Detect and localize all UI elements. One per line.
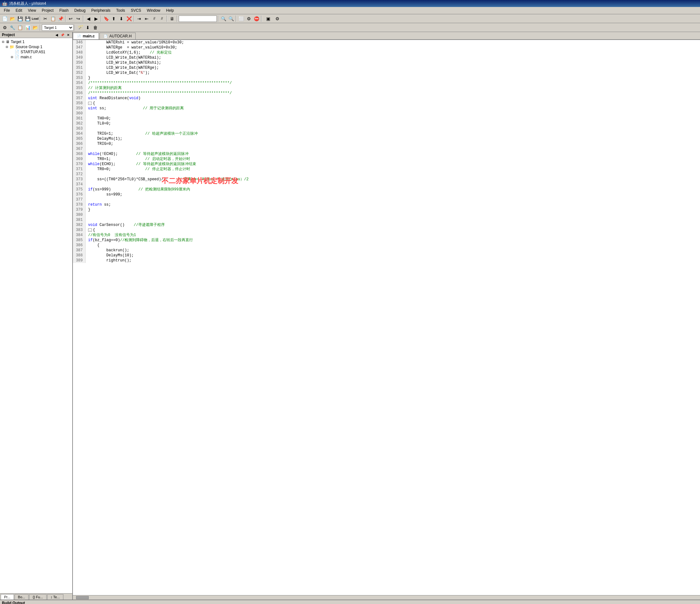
- stop-build-button[interactable]: ⛔: [253, 15, 260, 22]
- tree-target1[interactable]: ⊟ 🖥 Target 1: [0, 39, 72, 44]
- proj-tab-functions[interactable]: {} Fu...: [29, 594, 46, 600]
- toolbar-sep-7: [177, 16, 177, 22]
- undo-button[interactable]: ↩: [67, 15, 74, 22]
- menu-window[interactable]: Window: [144, 8, 163, 13]
- code-line-351: LCD_Write_Dat(WATERge);: [88, 65, 700, 70]
- menu-file[interactable]: File: [1, 8, 12, 13]
- target-options-button[interactable]: ⚙: [1, 24, 8, 31]
- menu-svcs[interactable]: SVCS: [128, 8, 144, 13]
- editor-area: 📄 main.c 📄 AUTOCAR.H 不二亦家单片机定制开发 346 347…: [73, 32, 700, 600]
- menu-help[interactable]: Help: [164, 8, 176, 13]
- target-select[interactable]: Target 1: [42, 24, 74, 31]
- project-expand-btn[interactable]: ◀: [54, 33, 59, 37]
- new-file-button[interactable]: 📄: [1, 15, 8, 22]
- tree-startup-a51[interactable]: 📄 STARTUP.A51: [0, 49, 72, 54]
- event-recorder-button[interactable]: 📊: [24, 24, 31, 31]
- search-input[interactable]: [179, 16, 217, 22]
- code-lines: WATERshi = water_value/10%10+0x30; WATER…: [85, 40, 700, 263]
- nav-fwd-button[interactable]: ▶: [93, 15, 100, 22]
- tree-file-icon-startup: 📄: [15, 50, 19, 54]
- hscroll-thumb[interactable]: [76, 596, 89, 599]
- editor-tabs: 📄 main.c 📄 AUTOCAR.H: [73, 32, 700, 40]
- project-header: Project ◀ 📌 ✕: [0, 32, 72, 38]
- code-line-355: // 计算测到的距离: [88, 85, 700, 91]
- menu-project[interactable]: Project: [39, 8, 56, 13]
- ln-385: 385: [75, 238, 83, 243]
- editor-tab-mainc[interactable]: 📄 main.c: [73, 33, 99, 39]
- code-line-383: -{: [88, 228, 700, 233]
- project-close-btn[interactable]: ✕: [66, 33, 70, 37]
- cut-button[interactable]: ✂: [42, 15, 49, 22]
- code-line-358: -{: [88, 101, 700, 106]
- tree-source-group1[interactable]: ⊟ 📁 Source Group 1: [0, 44, 72, 49]
- project-pin-btn[interactable]: 📌: [59, 33, 65, 37]
- open-button[interactable]: 📂: [9, 15, 16, 22]
- erase-button[interactable]: 🗑: [92, 24, 99, 31]
- code-content: 346 347 348 349 350 351 352 353 354 355 …: [73, 40, 700, 263]
- ln-366: 366: [75, 141, 83, 146]
- ln-368: 368: [75, 151, 83, 156]
- indent-button[interactable]: ⇥: [135, 15, 143, 22]
- manage-button[interactable]: 📋: [17, 24, 23, 31]
- code-line-359: uint ss; // 用于记录测得的距离: [88, 106, 700, 111]
- tree-mainc[interactable]: ⊟ 📄 main.c: [0, 54, 72, 59]
- ln-383: 383: [75, 228, 83, 233]
- title-icon: 🤖: [2, 1, 7, 6]
- bookmark-next-button[interactable]: ⬇: [118, 15, 125, 22]
- ln-370: 370: [75, 161, 83, 167]
- menu-view[interactable]: View: [25, 8, 39, 13]
- tab-mainc-icon: 📄: [77, 34, 81, 38]
- ln-374: 374: [75, 182, 83, 187]
- proj-tab-templates[interactable]: ↕ Te...: [47, 594, 64, 600]
- proj-tab-books[interactable]: Bo...: [15, 594, 29, 600]
- menu-edit[interactable]: Edit: [13, 8, 25, 13]
- ln-367: 367: [75, 146, 83, 151]
- code-line-375: if(ss>999) // 把检测结果限制999厘米内: [88, 187, 700, 192]
- bookmark-clear-button[interactable]: ❌: [125, 15, 132, 22]
- find-in-files-button[interactable]: 🔍: [227, 15, 234, 22]
- tab-autocar-icon: 📄: [104, 34, 107, 38]
- proj-tab-project[interactable]: Pr...: [1, 594, 14, 600]
- settings-button[interactable]: ⚙: [274, 15, 281, 22]
- ln-382: 382: [75, 223, 83, 228]
- tree-expand-target1: ⊟: [1, 40, 5, 44]
- ln-387: 387: [75, 248, 83, 253]
- comment-button[interactable]: //: [151, 15, 158, 22]
- view-toggle-button[interactable]: ▣: [263, 15, 273, 22]
- ln-376: 376: [75, 192, 83, 197]
- menu-debug[interactable]: Debug: [72, 8, 88, 13]
- code-line-352: LCD_Write_Dat('%');: [88, 70, 700, 75]
- device-config-button[interactable]: 🔧: [9, 24, 16, 31]
- redo-button[interactable]: ↪: [75, 15, 82, 22]
- save-all-button[interactable]: 💾: [24, 15, 31, 22]
- rebuild-button[interactable]: ⚙: [245, 15, 252, 22]
- toolbar-sep-6: [167, 16, 167, 22]
- nav-back-button[interactable]: ◀: [85, 15, 92, 22]
- menu-peripherals[interactable]: Peripherals: [89, 8, 113, 13]
- open-project-button[interactable]: 📂: [32, 24, 39, 31]
- horizontal-scrollbar[interactable]: [73, 595, 700, 600]
- editor-tab-autocar[interactable]: 📄 AUTOCAR.H: [100, 33, 135, 39]
- uncomment-button[interactable]: //: [158, 15, 166, 22]
- code-line-365: DelayMs(1);: [88, 136, 700, 141]
- code-line-381: [88, 218, 700, 223]
- bookmark-button[interactable]: 🔖: [103, 15, 110, 22]
- menu-tools[interactable]: Tools: [114, 8, 128, 13]
- toolbar2-sep-2: [75, 24, 75, 31]
- wizard-button[interactable]: 🪄: [77, 24, 84, 31]
- project-tree: ⊟ 🖥 Target 1 ⊟ 📁 Source Group 1 📄 STARTU…: [0, 38, 72, 593]
- paste-button[interactable]: 📌: [57, 15, 64, 22]
- load-button[interactable]: Load: [32, 15, 39, 22]
- build-button[interactable]: ⬜: [238, 15, 245, 22]
- bookmark-prev-button[interactable]: ⬆: [110, 15, 117, 22]
- save-button[interactable]: 💾: [17, 15, 23, 22]
- tree-target1-label: Target 1: [11, 40, 24, 44]
- device-button[interactable]: 🖥: [169, 15, 176, 22]
- code-editor[interactable]: 不二亦家单片机定制开发 346 347 348 349 350 351 352 …: [73, 40, 700, 595]
- copy-button[interactable]: 📋: [49, 15, 56, 22]
- unindent-button[interactable]: ⇤: [143, 15, 150, 22]
- download-button[interactable]: ⬇: [84, 24, 91, 31]
- menu-flash[interactable]: Flash: [57, 8, 71, 13]
- code-line-364: TRIG=1; // 给超声波模块一个正沿脉冲: [88, 131, 700, 136]
- search-button[interactable]: 🔍: [220, 15, 227, 22]
